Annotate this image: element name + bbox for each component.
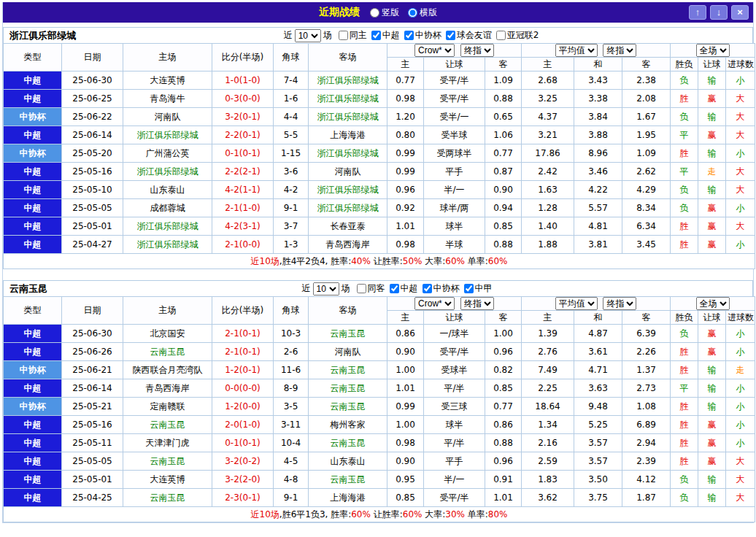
layout-radio-horizontal-input[interactable] — [408, 8, 417, 18]
match-row: 中超25-05-01大连英博3-2(2-0)4-8云南玉昆0.95半/一0.91… — [4, 471, 755, 489]
filter-checkbox-input[interactable] — [339, 31, 348, 40]
match-row: 中协杯25-06-22河南队3-2(0-1)4-4浙江俱乐部绿城1.20受半/一… — [4, 108, 755, 126]
filter-checkbox-input[interactable] — [464, 284, 474, 293]
scroll-down-button[interactable]: ↓ — [710, 5, 728, 20]
layout-radio-horizontal-label: 横版 — [420, 7, 437, 19]
euro-odds-time-select[interactable]: 终指 — [603, 44, 636, 57]
league-type: 中协杯 — [4, 144, 62, 163]
handicap-result: 输 — [698, 72, 726, 90]
home-team: 青岛海牛 — [123, 90, 212, 108]
home-team: 天津津门虎 — [123, 434, 212, 452]
handicap-result: 走 — [698, 163, 726, 181]
filter-checkbox[interactable]: 同客 — [357, 282, 385, 295]
asian-odds-time-select[interactable]: 终指 — [460, 44, 494, 57]
layout-radio-vertical-input[interactable] — [370, 8, 379, 18]
asian-away-odds: 0.88 — [485, 434, 522, 452]
bookmaker-select[interactable]: Crow* — [414, 44, 455, 57]
euro-draw-odds: 3.88 — [574, 126, 622, 144]
euro-draw-odds: 3.84 — [574, 108, 622, 126]
asian-away-odds: 0.77 — [485, 398, 522, 416]
asian-away-odds: 0.77 — [485, 144, 522, 163]
asian-away-odds: 0.87 — [485, 163, 522, 181]
filter-checkbox-input[interactable] — [404, 31, 414, 40]
asian-away-odds: 0.88 — [485, 236, 522, 254]
away-team: 山东泰山 — [309, 452, 387, 471]
result: 胜 — [671, 452, 698, 471]
home-team: 陕西联合月亮湾队 — [123, 361, 212, 379]
close-button[interactable]: × — [731, 5, 749, 20]
page-title: 近期战绩 — [319, 6, 360, 19]
scope-select[interactable]: 全场 — [696, 297, 730, 310]
filter-checkbox[interactable]: 球会友谊 — [446, 29, 492, 42]
column-header-handicap: 让球 — [424, 311, 485, 325]
asian-handicap: 半/一 — [424, 471, 485, 489]
layout-radio-vertical-label: 竖版 — [382, 7, 399, 19]
score: 3-2(0-2) — [212, 452, 274, 471]
filter-games-label: 场 — [342, 282, 350, 295]
asian-handicap: 一/球半 — [424, 325, 485, 343]
away-team: 云南玉昆 — [309, 379, 387, 398]
layout-radio-vertical[interactable]: 竖版 — [370, 7, 399, 19]
asian-home-odds: 0.96 — [387, 181, 424, 199]
filter-checkbox-input[interactable] — [390, 284, 399, 293]
filter-checkbox-label: 同客 — [368, 282, 385, 295]
asian-handicap: 平/半 — [424, 434, 485, 452]
scope-select[interactable]: 全场 — [696, 44, 730, 57]
column-header-euro-draw: 和 — [574, 58, 622, 72]
euro-away-odds: 3.45 — [622, 236, 671, 254]
score: 3-2(2-0) — [212, 471, 274, 489]
corners: 4-5 — [274, 452, 309, 471]
match-row: 中超25-05-16云南玉昆2-0(1-0)3-11梅州客家1.00球半0.86… — [4, 416, 755, 434]
corners: 10-3 — [274, 325, 309, 343]
handicap-result: 赢 — [698, 126, 726, 144]
summary-segment: 让胜率: — [371, 509, 403, 519]
filter-checkbox[interactable]: 中协杯 — [423, 282, 460, 295]
recent-count-select[interactable]: 10 — [295, 29, 321, 42]
euro-odds-source-select[interactable]: 平均值 — [555, 297, 598, 310]
league-type: 中超 — [4, 217, 62, 236]
result: 胜 — [671, 416, 698, 434]
euro-draw-odds: 3.57 — [574, 434, 622, 452]
score: 2-1(1-0) — [212, 199, 274, 217]
filter-checkbox-input[interactable] — [423, 284, 432, 293]
summary-segment: 单率: — [465, 256, 488, 266]
filter-checkbox[interactable]: 中超 — [390, 282, 418, 295]
filter-checkbox-input[interactable] — [371, 31, 381, 40]
scroll-up-button[interactable]: ↑ — [689, 5, 706, 20]
euro-draw-odds: 4.81 — [574, 217, 622, 236]
filter-checkbox[interactable]: 中甲 — [464, 282, 493, 295]
filter-checkboxes: 同主中超中协杯球会友谊亚冠联2 — [334, 29, 539, 42]
euro-home-odds: 17.86 — [522, 144, 574, 163]
column-header-result: 胜负 — [671, 311, 698, 325]
asian-odds-time-select[interactable]: 终指 — [460, 297, 494, 310]
match-row: 中超25-05-05成都蓉城2-1(1-0)9-1浙江俱乐部绿城0.92球半/两… — [4, 199, 755, 217]
asian-handicap: 受平/半 — [424, 72, 485, 90]
euro-odds-time-select[interactable]: 终指 — [603, 297, 636, 310]
layout-radio-horizontal[interactable]: 横版 — [408, 7, 437, 19]
away-team: 长春亚泰 — [309, 217, 387, 236]
league-type: 中超 — [4, 325, 62, 343]
column-header-date: 日期 — [62, 44, 123, 72]
asian-home-odds: 0.98 — [387, 90, 424, 108]
goals-result: 大 — [726, 90, 755, 108]
bookmaker-select[interactable]: Crow* — [414, 297, 455, 310]
filter-checkbox[interactable]: 中协杯 — [404, 29, 441, 42]
match-date: 25-06-30 — [62, 325, 123, 343]
asian-home-odds: 0.77 — [387, 72, 424, 90]
score: 3-2(0-1) — [212, 108, 274, 126]
recent-count-select[interactable]: 10 — [313, 282, 339, 295]
league-type: 中超 — [4, 163, 62, 181]
euro-away-odds: 2.94 — [622, 434, 671, 452]
filter-checkbox[interactable]: 中超 — [371, 29, 400, 42]
handicap-result: 赢 — [698, 217, 726, 236]
league-type: 中超 — [4, 236, 62, 254]
result: 负 — [671, 181, 698, 199]
column-header-asian-home: 主 — [387, 311, 424, 325]
euro-odds-source-select[interactable]: 平均值 — [555, 44, 598, 57]
filter-checkbox-input[interactable] — [496, 31, 506, 40]
filter-checkbox-input[interactable] — [446, 31, 455, 40]
filter-checkbox-input[interactable] — [357, 284, 366, 293]
match-row: 中超25-06-26云南玉昆2-1(0-1)2-6河南队0.90受平/半0.96… — [4, 343, 755, 361]
filter-checkbox[interactable]: 亚冠联2 — [496, 29, 539, 42]
filter-checkbox[interactable]: 同主 — [339, 29, 367, 42]
